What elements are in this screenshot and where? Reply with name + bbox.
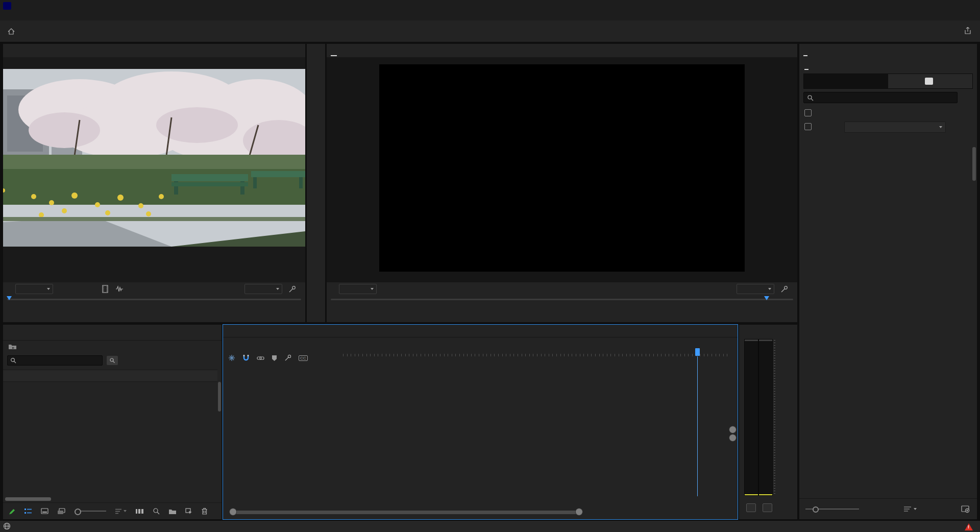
timeline-toolbar: CC	[228, 354, 308, 361]
new-bin-button[interactable]	[168, 508, 177, 515]
tab-browse[interactable]	[799, 57, 814, 70]
project-footer-toolbar	[3, 502, 222, 519]
freeform-view-button[interactable]	[57, 508, 66, 515]
project-writable-pencil-icon[interactable]	[8, 507, 16, 515]
tab-essential-graphics[interactable]	[799, 44, 812, 57]
libraries-checkbox[interactable]	[804, 123, 812, 130]
program-monitor-panel	[327, 44, 797, 322]
find-button[interactable]	[153, 507, 160, 515]
minimize-button[interactable]	[913, 0, 935, 11]
tools-panel	[307, 44, 325, 322]
timeline-zoom-handle-left[interactable]	[229, 508, 237, 516]
maximize-button[interactable]	[935, 0, 958, 11]
my-templates-button[interactable]	[804, 74, 888, 88]
tab-sequence[interactable]	[229, 325, 235, 337]
local-templates-checkbox-row[interactable]	[804, 109, 816, 116]
sync-status-globe-icon[interactable]	[3, 522, 11, 530]
up-one-level-icon[interactable]	[8, 343, 17, 350]
audio-meters-panel	[739, 325, 797, 519]
timeline-horizontal-scrollbar[interactable]	[232, 511, 578, 514]
source-video-viewer[interactable]	[3, 57, 305, 282]
playhead-grip[interactable]	[695, 348, 700, 356]
premiere-app-icon	[3, 2, 11, 10]
title-bar	[0, 0, 980, 11]
adobe-stock-button[interactable]	[888, 74, 972, 88]
captions-visibility-icon[interactable]: CC	[299, 355, 308, 361]
timeline-zoom-handle-right[interactable]	[575, 508, 583, 516]
meter-scale-ticks	[774, 340, 775, 495]
add-marker-icon[interactable]	[272, 355, 277, 361]
libraries-checkbox-row[interactable]	[804, 123, 816, 130]
project-search-input[interactable]	[7, 355, 103, 366]
automate-to-sequence-button[interactable]	[135, 508, 144, 515]
icon-view-button[interactable]	[41, 508, 48, 515]
source-preview-image	[3, 69, 305, 247]
timeline-panel: CC	[223, 325, 738, 519]
project-column-headers[interactable]	[3, 370, 217, 382]
search-icon	[10, 357, 16, 364]
project-horizontal-scrollbar[interactable]	[5, 497, 51, 501]
program-fit-dropdown[interactable]	[339, 284, 377, 294]
premiere-pro-window: CC	[0, 0, 980, 532]
playhead-line[interactable]	[697, 356, 698, 496]
sort-menu-button[interactable]	[903, 506, 917, 512]
program-video-frame	[379, 64, 745, 272]
project-panel	[3, 325, 222, 519]
nest-toggle-icon[interactable]	[228, 354, 235, 361]
essential-graphics-footer	[799, 498, 977, 519]
program-settings-wrench-icon[interactable]	[780, 285, 788, 293]
audio-meter-left	[744, 339, 758, 496]
solo-right-button[interactable]	[763, 503, 772, 512]
program-transport-controls	[327, 303, 797, 321]
snap-magnet-icon[interactable]	[242, 354, 250, 361]
program-video-viewer[interactable]	[327, 57, 797, 282]
local-templates-checkbox[interactable]	[804, 109, 812, 116]
audio-meter-right	[758, 339, 773, 496]
stock-badge	[925, 78, 933, 85]
search-icon	[807, 94, 814, 101]
workspace-bar	[0, 20, 980, 42]
templates-search-input[interactable]	[803, 92, 958, 103]
linked-selection-icon[interactable]	[257, 355, 264, 361]
drag-video-icon[interactable]	[102, 285, 109, 293]
track-height-handle-upper[interactable]	[729, 426, 737, 433]
filtered-search-button[interactable]	[107, 356, 118, 365]
program-playhead[interactable]	[764, 296, 769, 302]
sort-icons-button[interactable]	[115, 509, 127, 514]
tab-program-monitor[interactable]	[327, 44, 341, 57]
close-button[interactable]	[958, 0, 980, 11]
project-vertical-scrollbar[interactable]	[218, 382, 221, 412]
libraries-dropdown	[844, 122, 946, 133]
tab-edit[interactable]	[814, 57, 828, 70]
export-share-icon[interactable]	[964, 27, 972, 35]
track-height-handle-lower[interactable]	[729, 434, 737, 442]
timeline-ruler[interactable]	[343, 339, 730, 364]
source-transport-controls	[3, 303, 305, 321]
program-scrubber[interactable]	[327, 296, 797, 303]
thumbnail-zoom-slider[interactable]	[805, 509, 859, 510]
ruler-ticks	[343, 348, 730, 356]
program-controls-row	[327, 282, 797, 296]
templates-scrollbar[interactable]	[972, 147, 976, 181]
essential-graphics-panel	[799, 44, 977, 519]
drag-audio-icon[interactable]	[115, 285, 124, 293]
program-quality-dropdown[interactable]	[737, 284, 774, 294]
source-zoom-dropdown[interactable]	[244, 284, 282, 294]
source-monitor-panel	[3, 44, 305, 322]
source-settings-wrench-icon[interactable]	[288, 285, 296, 293]
source-fit-dropdown[interactable]	[15, 284, 53, 294]
status-bar	[0, 520, 980, 532]
timeline-tracks	[223, 364, 730, 496]
warning-indicator-icon[interactable]	[965, 523, 973, 530]
solo-left-button[interactable]	[746, 503, 756, 512]
thumbnail-size-slider[interactable]	[75, 511, 106, 512]
list-view-button[interactable]	[24, 508, 32, 515]
home-icon[interactable]	[7, 28, 15, 35]
source-scrubber[interactable]	[3, 296, 305, 303]
source-playhead[interactable]	[7, 296, 12, 302]
delete-trash-button[interactable]	[201, 507, 208, 515]
timeline-settings-wrench-icon[interactable]	[284, 354, 291, 361]
new-item-button[interactable]	[185, 508, 192, 515]
new-layout-icon[interactable]	[961, 505, 971, 513]
menu-bar	[0, 11, 980, 20]
